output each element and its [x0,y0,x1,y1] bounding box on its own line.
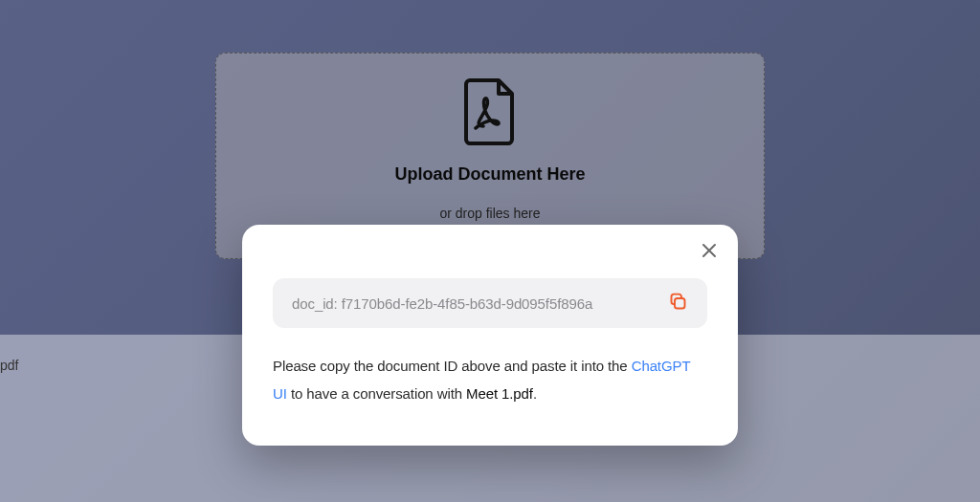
upload-title: Upload Document Here [394,164,585,185]
docid-modal: doc_id: f7170b6d-fe2b-4f85-b63d-9d095f5f… [242,225,738,446]
instruction-part1: Please copy the document ID above and pa… [273,358,632,374]
pdf-file-icon [457,76,523,151]
filename-text: Meet 1.pdf [466,385,533,402]
close-icon[interactable] [698,239,721,262]
upload-subtitle: or drop files here [439,206,540,221]
docid-display: doc_id: f7170b6d-fe2b-4f85-b63d-9d095f5f… [273,278,707,328]
instruction-end: . [533,385,537,402]
svg-rect-0 [675,298,685,309]
instruction-part2: to have a conversation with [287,385,466,402]
copy-icon[interactable] [668,292,688,316]
instruction-text: Please copy the document ID above and pa… [273,353,707,407]
docid-value: doc_id: f7170b6d-fe2b-4f85-b63d-9d095f5f… [292,295,592,312]
